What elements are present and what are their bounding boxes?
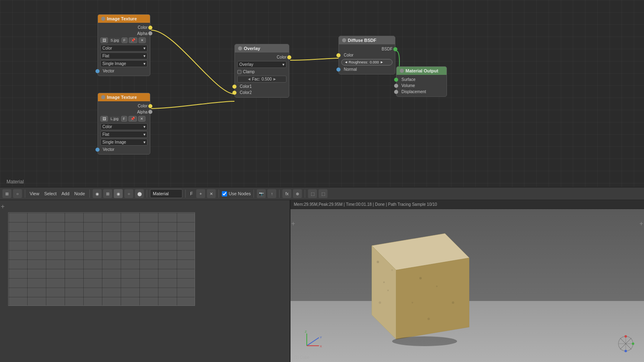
fac-slider[interactable]: Fac: 0.500: [237, 76, 286, 83]
flat-dropdown-2[interactable]: Flat ▾: [100, 131, 147, 138]
node-header-2[interactable]: Image Texture: [98, 93, 150, 101]
x-btn-2[interactable]: ✕: [138, 116, 145, 122]
toolbar-select[interactable]: Select: [43, 191, 59, 196]
vector-in-socket-2[interactable]: [95, 148, 100, 152]
svg-point-13: [392, 336, 457, 346]
fac-value: 0.500: [262, 77, 272, 81]
projection-dropdown-2[interactable]: Single Image ▾: [100, 139, 147, 146]
material-input[interactable]: [150, 189, 182, 198]
color-out-socket-1[interactable]: [148, 26, 152, 30]
x-btn-1[interactable]: ✕: [139, 37, 146, 43]
toolbar-sep-8: [305, 190, 305, 198]
alpha-out-socket-1[interactable]: [148, 31, 152, 35]
bsdf-out-socket[interactable]: [393, 47, 397, 51]
toolbar-icon-circle[interactable]: ○: [124, 189, 133, 198]
node-body-1: Color Alpha 🖼 S.jpg F 📌 ✕ Color ▾: [98, 23, 150, 76]
toolbar-icon-camera[interactable]: 📷: [257, 189, 266, 198]
status-mem: Mem:29.95M: [294, 202, 317, 207]
file-icon-2[interactable]: 🖼: [100, 116, 108, 122]
toolbar-icon-snap[interactable]: ⊕: [293, 189, 302, 198]
diffuse-collapse-btn[interactable]: [342, 38, 346, 42]
left-plus-top[interactable]: +: [1, 203, 4, 210]
svg-point-10: [452, 301, 454, 304]
projection-dropdown-1[interactable]: Single Image ▾: [100, 60, 147, 67]
collapse-btn-2[interactable]: [101, 95, 105, 99]
toolbar-icon-e2[interactable]: ⬚: [319, 189, 327, 198]
volume-label: Volume: [401, 83, 415, 88]
flat-dropdown-1[interactable]: Flat ▾: [100, 52, 147, 59]
toolbar-icon-plus[interactable]: +: [196, 189, 205, 198]
toolbar-mat-ball[interactable]: ◉: [93, 189, 102, 198]
collapse-btn-1[interactable]: [101, 17, 105, 21]
clamp-checkbox[interactable]: [237, 70, 241, 74]
f-btn-1[interactable]: F: [121, 37, 128, 43]
file-row-1: 🖼 S.jpg F 📌 ✕: [98, 37, 150, 44]
overlay-color-out-row: Color: [235, 54, 289, 60]
image-texture-node-2[interactable]: Image Texture Color Alpha 🖼 L.jpg F 📌 ✕ …: [98, 93, 150, 155]
volume-socket[interactable]: [394, 84, 398, 88]
node-editor: Image Texture Color Alpha 🖼 S.jpg F 📌 ✕: [0, 0, 644, 187]
svg-point-4: [383, 281, 385, 283]
image-texture-node-1[interactable]: Image Texture Color Alpha 🖼 S.jpg F 📌 ✕: [98, 14, 150, 76]
use-nodes-checkbox[interactable]: [222, 191, 227, 196]
roughness-value: 0.000: [370, 60, 379, 64]
node-body-2: Color Alpha 🖼 L.jpg F 📌 ✕ Color ▾ Flat ▾: [98, 101, 150, 154]
toolbar-icon-1[interactable]: ⊞: [2, 189, 11, 198]
status-sample: Path Tracing Sample 10/10: [388, 202, 437, 207]
toolbar-icon-e1[interactable]: ⬚: [308, 189, 317, 198]
color-dropdown-1[interactable]: Color ▾: [100, 45, 147, 52]
vector-in-row-2: Vector: [98, 146, 150, 153]
toolbar-icon-color[interactable]: ⬤: [135, 189, 144, 198]
toolbar-icon-active[interactable]: ◉: [114, 189, 123, 198]
material-output-collapse-btn[interactable]: [400, 69, 404, 73]
diffuse-header[interactable]: Diffuse BSDF: [339, 36, 395, 44]
overlay-color2-socket[interactable]: [232, 91, 236, 95]
alpha-out-label-2: Alpha: [137, 110, 147, 114]
diffuse-bsdf-node[interactable]: Diffuse BSDF BSDF Color Roughness: 0.000…: [338, 36, 395, 74]
f-btn[interactable]: F: [189, 191, 195, 196]
viewport-plus-left[interactable]: +: [291, 220, 295, 227]
toolbar-icon-fx[interactable]: fx: [282, 189, 291, 198]
material-output-node[interactable]: Material Output Surface Volume Displacem…: [396, 66, 447, 97]
displacement-socket[interactable]: [394, 90, 398, 94]
f-btn-2[interactable]: F: [121, 116, 128, 122]
alpha-out-socket-2[interactable]: [148, 110, 152, 114]
toolbar-icon-x[interactable]: ✕: [207, 189, 216, 198]
toolbar-icon-up[interactable]: ↑: [267, 189, 276, 198]
toolbar-add[interactable]: Add: [60, 191, 71, 196]
diffuse-color-socket[interactable]: [336, 53, 340, 57]
material-output-header[interactable]: Material Output: [397, 67, 447, 75]
toolbar-view[interactable]: View: [28, 191, 41, 196]
alpha-out-label-1: Alpha: [137, 31, 147, 36]
overlay-color-out-socket[interactable]: [287, 55, 291, 59]
status-peak: Peak:29.95M: [319, 202, 343, 207]
pin-btn-2[interactable]: 📌: [128, 116, 137, 122]
uv-editor-panel: +: [0, 200, 291, 362]
socket-row-color-out-1: Color: [98, 24, 150, 31]
nav-gizmo[interactable]: [616, 334, 636, 354]
surface-socket[interactable]: [394, 78, 398, 82]
svg-point-12: [427, 318, 430, 320]
toolbar-sep-1: [25, 190, 25, 198]
overlay-color1-socket[interactable]: [232, 85, 236, 89]
toolbar-icon-2[interactable]: ○: [13, 189, 22, 198]
overlay-title: Overlay: [244, 46, 260, 51]
color-dropdown-2[interactable]: Color ▾: [100, 123, 147, 130]
color-out-socket-2[interactable]: [148, 104, 152, 108]
svg-point-26: [632, 342, 634, 345]
pin-btn-1[interactable]: 📌: [129, 37, 137, 43]
diffuse-normal-socket[interactable]: [336, 68, 340, 72]
roughness-btn[interactable]: Roughness: 0.000: [341, 59, 392, 65]
overlay-header[interactable]: Overlay: [235, 44, 289, 52]
file-icon-1[interactable]: 🖼: [100, 37, 108, 43]
overlay-collapse-btn[interactable]: [238, 46, 242, 50]
node-header-1[interactable]: Image Texture: [98, 15, 150, 23]
filename-2: L.jpg: [109, 116, 120, 121]
overlay-node[interactable]: Overlay Color Overlay ▾ Clamp Fac: 0.500: [234, 44, 289, 98]
viewport-plus-right[interactable]: +: [640, 220, 643, 227]
vector-in-socket-1[interactable]: [95, 69, 100, 73]
toolbar-icon-dots[interactable]: ⊞: [103, 189, 112, 198]
blend-mode-dropdown[interactable]: Overlay ▾: [237, 61, 286, 68]
overlay-color2-in-row: Color2: [235, 89, 289, 96]
toolbar-node[interactable]: Node: [73, 191, 87, 196]
